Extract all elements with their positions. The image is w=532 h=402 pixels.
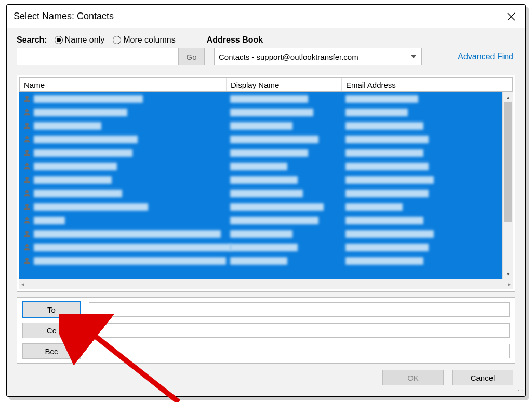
titlebar: Select Names: Contacts: [7, 5, 525, 28]
table-row[interactable]: [19, 213, 502, 227]
person-icon: [22, 109, 32, 116]
person-icon: [22, 176, 32, 183]
column-header-display[interactable]: Display Name: [227, 78, 342, 91]
cc-button[interactable]: Cc: [22, 323, 81, 338]
person-icon: [22, 244, 32, 251]
dialog-body: Search: Name only More columns Address B…: [7, 28, 525, 396]
search-input-row: Go Contacts - support@outlooktransfer.co…: [17, 48, 515, 65]
close-icon: [507, 12, 515, 21]
radio-icon: [113, 36, 121, 44]
address-book-selected: Contacts - support@outlooktransfer.com: [219, 52, 358, 61]
cancel-button[interactable]: Cancel: [452, 370, 513, 385]
table-row[interactable]: [19, 254, 502, 267]
dialog-footer: OK Cancel: [17, 370, 515, 385]
to-row: To: [22, 302, 510, 317]
dialog-title: Select Names: Contacts: [14, 11, 504, 22]
person-icon: [22, 230, 32, 237]
cc-input[interactable]: [89, 323, 510, 338]
person-icon: [22, 257, 32, 264]
dialog-window: Select Names: Contacts Search: Name only…: [6, 4, 526, 397]
bcc-input[interactable]: [89, 344, 510, 358]
cc-row: Cc: [22, 323, 510, 338]
column-header-email[interactable]: Email Address: [342, 78, 438, 91]
table-row[interactable]: [19, 119, 502, 132]
table-row[interactable]: [19, 240, 502, 254]
person-icon: [22, 163, 32, 170]
person-icon: [22, 203, 32, 210]
scroll-left-arrow[interactable]: ◂: [21, 280, 24, 288]
ok-button[interactable]: OK: [382, 370, 444, 385]
radio-more-columns[interactable]: More columns: [113, 35, 175, 45]
table-row[interactable]: [19, 92, 502, 105]
table-row[interactable]: [19, 186, 502, 200]
table-row[interactable]: [19, 159, 502, 173]
person-icon: [22, 149, 32, 156]
horizontal-scrollbar[interactable]: ◂ ▸: [19, 279, 513, 289]
column-header-name[interactable]: Name: [20, 78, 227, 91]
bcc-button[interactable]: Bcc: [22, 343, 81, 359]
search-label: Search:: [17, 35, 47, 45]
scroll-right-arrow[interactable]: ▸: [508, 280, 511, 288]
radio-name-only-label: Name only: [65, 35, 104, 45]
scroll-thumb[interactable]: [504, 102, 512, 222]
scroll-down-arrow[interactable]: ▾: [503, 269, 513, 279]
to-button[interactable]: To: [22, 302, 81, 317]
person-icon: [22, 95, 32, 102]
contacts-grid: ▴ ▾: [19, 92, 513, 279]
go-button[interactable]: Go: [179, 48, 205, 65]
close-button[interactable]: [504, 9, 518, 24]
address-book-select[interactable]: Contacts - support@outlooktransfer.com: [214, 48, 422, 65]
table-row[interactable]: [19, 146, 502, 159]
column-headers: Name Display Name Email Address: [19, 77, 513, 92]
recipients-panel: To Cc Bcc: [17, 297, 515, 364]
scroll-up-arrow[interactable]: ▴: [503, 92, 513, 102]
address-book-label: Address Book: [207, 35, 263, 45]
table-row[interactable]: [19, 132, 502, 146]
table-row[interactable]: [19, 227, 502, 240]
person-icon: [22, 122, 32, 129]
search-row: Search: Name only More columns Address B…: [17, 35, 515, 45]
radio-more-columns-label: More columns: [123, 35, 175, 45]
vertical-scrollbar[interactable]: ▴ ▾: [502, 92, 513, 279]
to-input[interactable]: [89, 302, 510, 317]
person-icon: [22, 136, 32, 143]
advanced-find-link[interactable]: Advanced Find: [458, 52, 515, 61]
person-icon: [22, 217, 32, 224]
radio-icon: [55, 36, 63, 44]
table-row[interactable]: [19, 105, 502, 119]
search-mode-group: Name only More columns: [55, 35, 176, 45]
search-input[interactable]: [17, 48, 179, 65]
resize-grip[interactable]: ⋰⋰: [514, 389, 523, 395]
column-header-extra[interactable]: [438, 78, 512, 91]
contacts-list-panel: Name Display Name Email Address ▴ ▾ ◂ ▸: [17, 75, 515, 292]
table-row[interactable]: [19, 173, 502, 186]
radio-name-only[interactable]: Name only: [55, 35, 104, 45]
contacts-selection[interactable]: [19, 92, 502, 279]
table-row[interactable]: [19, 200, 502, 213]
bcc-row: Bcc: [22, 343, 510, 359]
person-icon: [22, 190, 32, 197]
